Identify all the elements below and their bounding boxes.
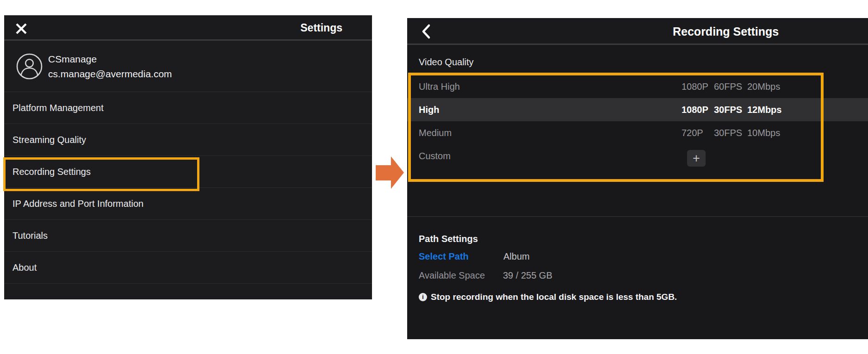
video-quality-label: Video Quality [419, 57, 474, 68]
profile-email: cs.manage@avermedia.com [48, 68, 172, 80]
menu-item-label: Recording Settings [12, 156, 91, 188]
flow-arrow-icon [376, 156, 404, 189]
info-icon: i [419, 293, 427, 301]
settings-header: Settings [4, 15, 372, 41]
settings-menu-item[interactable]: Platform Management [4, 92, 372, 124]
close-icon [15, 23, 30, 35]
disk-space-note: i Stop recording when the local disk spa… [419, 292, 677, 302]
quality-bitrate: 10Mbps [747, 121, 780, 144]
quality-option-name: Custom [419, 144, 451, 168]
back-button[interactable] [421, 23, 433, 40]
settings-menu: Platform Management Streaming Quality Re… [4, 92, 372, 284]
quality-fps: 30FPS [714, 98, 742, 121]
disk-space-note-text: Stop recording when the local disk space… [431, 292, 677, 302]
avatar-icon [16, 53, 43, 80]
recording-settings-panel: Recording Settings Video Quality Ultra H… [407, 18, 868, 339]
quality-option-name: High [419, 98, 439, 121]
quality-bitrate: 20Mbps [747, 75, 780, 98]
settings-panel: Settings CSmanage cs.manage@avermedia.co… [4, 15, 372, 299]
quality-option-name: Medium [419, 121, 452, 144]
profile-name: CSmanage [48, 54, 97, 65]
close-button[interactable] [15, 21, 30, 36]
menu-item-label: About [12, 252, 37, 284]
settings-menu-item[interactable]: IP Address and Port Information [4, 188, 372, 220]
video-quality-option[interactable]: High 1080P 30FPS 12Mbps [407, 98, 868, 121]
video-quality-option[interactable]: Medium 720P 30FPS 10Mbps [407, 121, 868, 144]
available-space-label: Available Space [419, 270, 485, 281]
video-quality-option[interactable]: Ultra High 1080P 60FPS 20Mbps [407, 75, 868, 98]
quality-option-name: Ultra High [419, 75, 460, 98]
quality-fps: 30FPS [714, 121, 742, 144]
arrow-head [391, 156, 404, 189]
settings-menu-item[interactable]: Streaming Quality [4, 124, 372, 156]
quality-resolution: 1080P [682, 75, 708, 98]
settings-menu-item[interactable]: Tutorials [4, 220, 372, 252]
menu-item-label: Streaming Quality [12, 124, 86, 156]
menu-item-label: IP Address and Port Information [12, 188, 143, 220]
menu-item-label: Platform Management [12, 92, 104, 124]
arrow-tail [376, 165, 391, 180]
chevron-left-icon [421, 24, 433, 39]
quality-bitrate: 12Mbps [747, 98, 781, 121]
quality-fps: 60FPS [714, 75, 742, 98]
quality-resolution: 720P [682, 121, 703, 144]
add-custom-quality-button[interactable]: + [687, 150, 706, 167]
recording-settings-header: Recording Settings [407, 18, 868, 45]
settings-menu-item[interactable]: Recording Settings [4, 156, 372, 188]
settings-menu-item[interactable]: About [4, 252, 372, 284]
select-path-link[interactable]: Select Path [419, 251, 469, 262]
settings-title: Settings [300, 15, 342, 41]
quality-resolution: 1080P [682, 98, 708, 121]
path-settings-heading: Path Settings [419, 234, 478, 244]
recording-settings-title: Recording Settings [673, 18, 779, 45]
account-profile[interactable]: CSmanage cs.manage@avermedia.com [4, 41, 372, 92]
section-divider [407, 216, 868, 217]
menu-item-label: Tutorials [12, 220, 48, 252]
available-space-value: 39 / 255 GB [503, 270, 552, 281]
path-value: Album [503, 251, 530, 262]
video-quality-option[interactable]: Custom + [407, 144, 868, 168]
